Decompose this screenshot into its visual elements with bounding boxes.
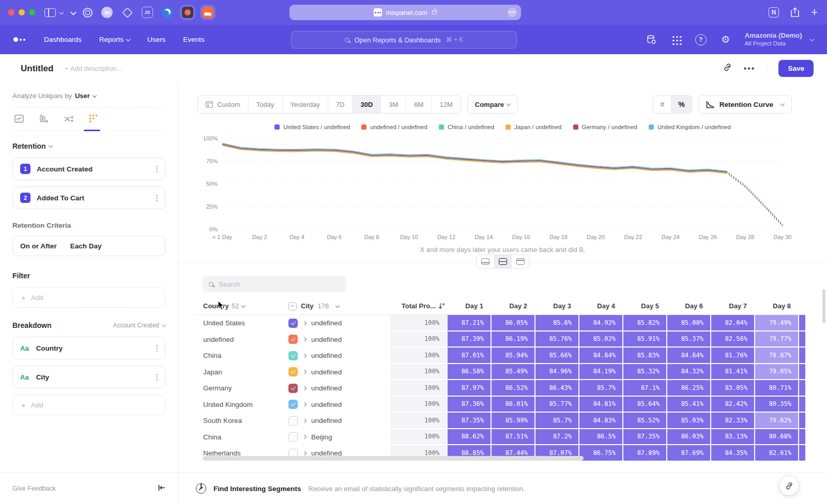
collapse-sidebar-icon[interactable] [158,484,165,493]
rings-extension-icon[interactable] [83,8,93,18]
retention-value-cell[interactable]: 87.36% [448,397,492,413]
retention-value-cell[interactable]: 87.97% [448,380,492,397]
absolute-toggle[interactable]: # [653,96,671,113]
day-column-header[interactable]: Day 7 [711,297,755,314]
legend-item[interactable]: United Kingdom / undefined [649,124,731,130]
retention-value-cell[interactable]: 81.76% [711,348,755,364]
find-segments-bar[interactable]: Find Interesting Segments Receive an ema… [178,473,827,504]
retention-value-cell[interactable]: 86.19% [492,332,535,348]
date-range-12m[interactable]: 12M [432,96,460,113]
address-bar[interactable]: mixpanel.com ••• [289,5,521,20]
city-cell[interactable]: undefined [288,315,390,332]
retention-value-cell[interactable]: 85.82% [623,315,667,332]
nav-item-reports[interactable]: Reports [99,36,130,43]
row-checkbox-checked[interactable] [288,351,298,360]
retention-value-cell[interactable]: 87.69% [667,445,711,462]
legend-item[interactable]: Japan / undefined [506,124,561,130]
retention-section-title[interactable]: Retention [12,142,46,150]
tab-flows[interactable] [63,114,74,124]
global-search-button[interactable]: Open Reports & Dashboards ⌘ + K [291,31,517,49]
day-column-header[interactable]: Day 3 [535,297,579,314]
retention-value-cell[interactable]: 86.43% [535,380,579,397]
red-dot-extension-icon[interactable] [182,7,193,18]
city-cell[interactable]: undefined [288,364,390,381]
retention-value-cell[interactable]: 86.5% [579,429,623,446]
retention-value-cell[interactable]: 86.58% [448,364,492,381]
country-cell[interactable]: China [195,348,288,364]
retention-value-cell[interactable]: 87.2% [535,429,579,446]
retention-value-cell[interactable]: 85.7% [579,380,623,397]
report-title[interactable]: Untitled [21,64,53,74]
kebab-menu-icon[interactable] [156,197,158,199]
share-floating-button[interactable] [779,476,799,495]
date-range-6m[interactable]: 6M [406,96,432,113]
tab-insights[interactable] [13,114,25,124]
country-cell[interactable]: Japan [195,364,288,381]
avatar-extension-icon[interactable]: m [101,7,113,18]
nav-item-users[interactable]: Users [147,36,165,43]
chart-type-selector[interactable]: Retention Curve [698,95,792,114]
legend-item[interactable]: United States / undefined [274,124,350,130]
criteria-interval[interactable]: Each Day [70,242,102,250]
settings-gear-icon[interactable]: ⚙ [720,34,731,45]
nav-item-dashboards[interactable]: Dashboards [44,36,82,43]
tab-retention[interactable] [88,114,99,124]
retention-value-cell[interactable]: 86.03% [667,429,711,446]
city-cell[interactable]: undefined [288,413,390,429]
retention-value-cell[interactable]: 81.41% [711,364,755,381]
retention-value-cell[interactable]: 87.39% [448,332,492,348]
row-checkbox-checked[interactable] [288,384,298,393]
retention-value-cell[interactable]: 79.62% [755,413,799,429]
retention-value-cell[interactable]: 84.35% [711,445,755,462]
table-search-input[interactable] [219,280,332,288]
add-breakdown-button[interactable]: +Add [12,395,165,415]
legend-item[interactable]: Germany / undefined [573,124,637,130]
apps-grid-icon[interactable] [670,34,682,45]
cube-extension-icon[interactable] [121,7,133,18]
add-filter-button[interactable]: +Add [12,287,165,308]
city-cell[interactable]: Beijing [288,429,390,446]
copy-link-icon[interactable] [723,62,732,74]
date-range-30d[interactable]: 30D [353,96,381,113]
retention-value-cell[interactable]: 82.04% [711,315,755,332]
address-more-button[interactable]: ••• [508,8,517,17]
sidebar-toggle-icon[interactable] [44,8,56,17]
row-checkbox-checked[interactable] [288,319,298,328]
country-cell[interactable]: United Kingdom [195,397,288,413]
city-cell[interactable]: undefined [288,380,390,397]
tab-funnels[interactable] [38,114,50,124]
retention-value-cell[interactable]: 84.96% [535,364,579,381]
retention-value-cell[interactable]: 79.49% [755,315,799,332]
chart-only-view-button[interactable] [477,255,494,268]
retention-value-cell[interactable]: 85.02% [579,332,623,348]
horizontal-scrollbar[interactable] [203,456,584,461]
breakdown-card-country[interactable]: AaCountry [12,337,165,359]
expand-chevron-icon[interactable] [302,435,307,439]
js-extension-icon[interactable]: JS [142,7,153,18]
day-column-header[interactable]: Day 4 [579,297,623,314]
expand-chevron-icon[interactable] [302,354,307,358]
retention-value-cell[interactable]: 85.99% [492,413,535,429]
row-checkbox[interactable] [288,416,298,426]
retention-value-cell[interactable]: 84.19% [579,364,623,381]
country-cell[interactable]: undefined [195,332,288,348]
retention-value-cell[interactable]: 87.21% [448,315,492,332]
breakdown-scope-selector[interactable]: Account Created [113,322,165,329]
table-only-view-button[interactable] [512,255,529,268]
kebab-menu-icon[interactable] [156,168,158,170]
retention-value-cell[interactable]: 79.77% [755,332,799,348]
share-icon[interactable] [790,7,800,18]
table-search[interactable] [203,276,346,292]
retention-value-cell[interactable]: 83.13% [711,429,755,446]
day-column-header[interactable]: Day 1 [448,297,492,314]
retention-criteria-card[interactable]: On or After Each Day [12,235,165,256]
retention-value-cell[interactable]: 84.84% [579,348,623,364]
date-range-today[interactable]: Today [249,96,283,113]
legend-item[interactable]: undefined / undefined [361,124,427,130]
country-cell[interactable]: China [195,429,288,446]
zoom-window-button[interactable] [29,9,35,15]
day-column-header[interactable]: Day 5 [623,297,667,314]
city-column-header[interactable]: City 176 [288,297,390,314]
back-button[interactable] [70,9,76,15]
retention-value-cell[interactable]: 86.01% [492,397,535,413]
